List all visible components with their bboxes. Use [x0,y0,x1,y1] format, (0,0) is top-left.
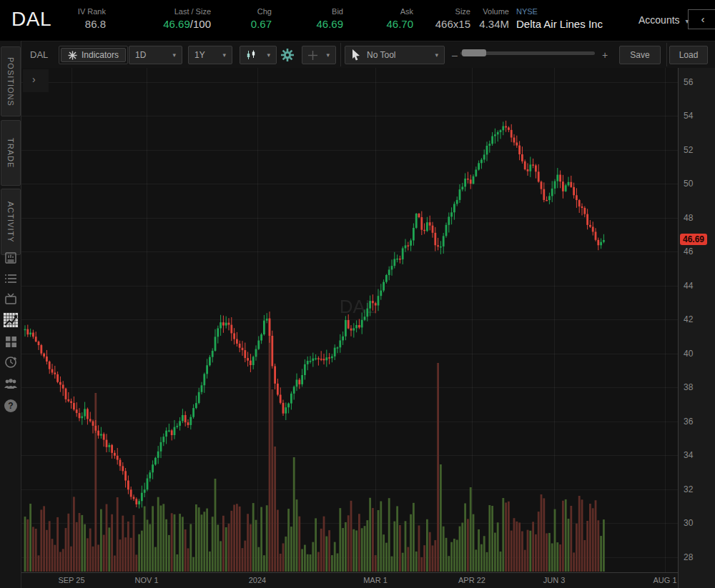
symbol-title: DAL [11,8,51,31]
stat-bid: Bid 46.69 [286,6,343,31]
chevron-right-icon: › [32,74,36,85]
stat-volume: Volume 4.34M [466,6,509,31]
time-axis-tick: NOV 1 [125,576,168,584]
company-name: Delta Air Lines Inc [516,17,603,31]
stat-value: 46.70 [356,17,413,31]
chevron-down-icon: ▾ [267,51,270,59]
collapse-panel-button[interactable]: ‹ [688,9,715,29]
range-value: 1Y [194,50,205,60]
zoom-slider[interactable] [460,51,595,55]
indicators-button[interactable]: Indicators [59,46,128,64]
price-axis-tick: 40 [684,349,693,359]
help-glyph: ? [4,399,17,412]
zoom-in-button[interactable]: + [602,46,608,64]
left-sidebar: POSITIONS TRADE ACTIVITY [0,41,21,588]
time-axis-tick: MAR 1 [354,576,397,584]
trading-app: DAL IV Rank 86.8 Last / Size 46.69/100 C… [0,0,715,588]
chevron-down-icon: ▾ [435,51,438,59]
drawing-marker-dropdown[interactable]: ▾ [302,46,336,64]
stat-value: 0.67 [214,17,272,31]
stat-value: 86.8 [49,17,106,31]
stat-label: Chg [214,6,272,16]
stat-value: 4.34M [466,17,509,31]
chart-type-dropdown[interactable]: ▾ [240,46,277,64]
quote-news-icon[interactable] [3,250,19,266]
price-axis-tick: 54 [684,111,693,121]
accounts-label: Accounts [638,14,680,26]
chart-symbol-label: DAL [30,46,48,64]
stat-value: 466x15 [428,17,470,31]
tv-icon[interactable] [3,291,19,307]
stat-label: IV Rank [49,6,106,16]
stat-ask: Ask 46.70 [356,6,413,31]
time-axis-tick: SEP 25 [50,576,93,584]
timeframe-dropdown[interactable]: 1D ▾ [129,46,182,64]
quote-bar: DAL IV Rank 86.8 Last / Size 46.69/100 C… [0,0,715,41]
gear-icon [280,48,295,62]
exchange-label: NYSE [516,6,603,16]
toolbar-separator [340,43,341,66]
price-axis-tick: 56 [684,77,693,87]
price-axis-tick: 30 [684,518,693,528]
timeframe-value: 1D [135,50,146,60]
sidebar-tab-trade[interactable]: TRADE [1,120,21,186]
stat-label: Size [428,6,470,16]
stat-value: 46.69 [286,17,343,31]
price-axis-tick: 32 [684,484,693,494]
watchlist-expander-button[interactable]: › [23,69,49,92]
stat-chg: Chg 0.67 [214,6,272,31]
range-dropdown[interactable]: 1Y ▾ [188,46,232,64]
tool-value: No Tool [367,50,395,60]
instrument-info: NYSE Delta Air Lines Inc [516,6,603,31]
community-icon[interactable] [3,376,19,392]
stat-label: Ask [356,6,413,16]
price-axis[interactable]: 56545250484644424038363432302846.69 [678,68,715,588]
price-axis-tick: 52 [684,145,693,155]
time-axis-tick: APR 22 [450,576,493,584]
chart-grid-icon[interactable] [3,312,19,328]
stat-label: Bid [286,6,343,16]
starburst-indicator-icon [68,51,77,60]
price-axis-tick: 44 [684,281,693,291]
time-axis-tick: AUG 1 [644,576,686,584]
price-axis-tick: 46 [684,246,693,256]
chart-panel: 56545250484644424038363432302846.69 SEP … [21,68,715,588]
accounts-dropdown[interactable]: Accounts▾ [638,14,689,26]
cursor-icon [351,49,361,61]
sidebar-tab-positions[interactable]: POSITIONS [1,46,21,116]
last-price-value: 46.69 [163,18,190,30]
watchlist-icon[interactable] [3,271,19,286]
zoom-slider-handle[interactable] [462,49,486,56]
last-price-tag: 46.69 [680,234,707,245]
tool-dropdown[interactable]: No Tool ▾ [345,46,445,64]
load-button[interactable]: Load [669,46,708,64]
indicators-label: Indicators [82,50,119,60]
sidebar-tab-activity[interactable]: ACTIVITY [1,189,21,255]
save-button[interactable]: Save [619,46,661,64]
last-size-value: /100 [190,18,211,30]
price-axis-tick: 28 [684,552,693,562]
stat-last-size: Last / Size 46.69/100 [139,6,211,31]
chevron-left-icon: ‹ [701,13,705,25]
price-axis-tick: 50 [684,179,693,189]
history-clock-icon[interactable] [3,354,19,370]
chart-toolbar: DAL Indicators 1D ▾ 1Y ▾ [21,41,715,68]
chart-settings-button[interactable] [280,48,295,66]
zoom-out-button[interactable]: – [452,46,458,64]
price-axis-tick: 36 [684,417,693,427]
chevron-down-icon: ▾ [172,51,176,59]
time-axis-tick: JUN 3 [533,576,576,584]
time-axis-tick: 2024 [236,576,279,584]
time-axis[interactable]: SEP 25NOV 12024MAR 1APR 22JUN 3AUG 1 [21,572,678,588]
apps-grid-icon[interactable] [3,334,19,349]
crosshair-icon [308,51,317,60]
toolbar-separator [666,43,667,66]
price-chart-canvas[interactable] [21,68,678,572]
help-icon[interactable]: ? [3,398,19,414]
chevron-down-icon: ▾ [326,51,330,59]
stat-size: Size 466x15 [428,6,470,31]
stat-iv-rank: IV Rank 86.8 [49,6,106,31]
chevron-down-icon: ▾ [222,51,226,59]
price-axis-tick: 48 [684,213,693,223]
price-axis-tick: 38 [684,382,693,392]
